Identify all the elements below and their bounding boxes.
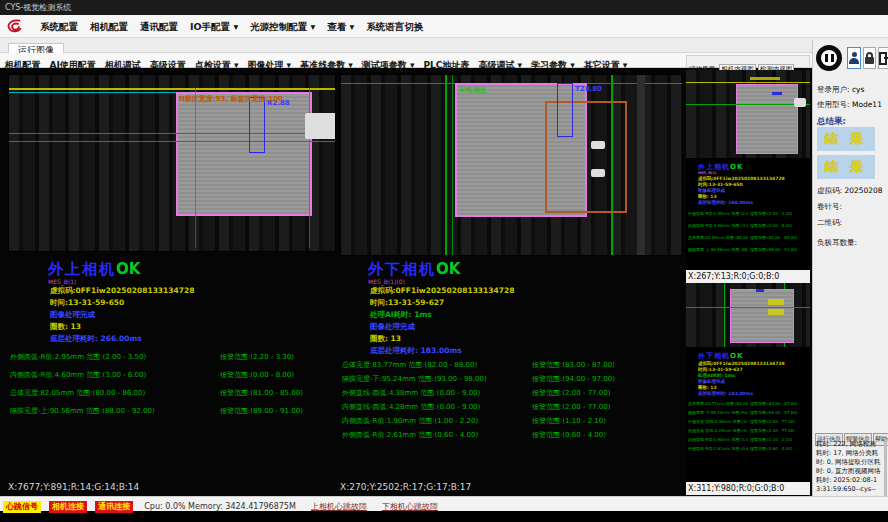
model-label: 使用型号: bbox=[817, 100, 850, 109]
count-line: 圈数: 13 bbox=[698, 194, 717, 199]
thumb-camera-title: 外下相机OK bbox=[698, 351, 743, 361]
user-login-button[interactable] bbox=[847, 47, 861, 69]
result-box-lower: 结 果 bbox=[817, 155, 875, 179]
count-line: 圈数: 13 bbox=[698, 385, 717, 390]
measure-line-vertical bbox=[445, 75, 447, 256]
left-camera-title: 外上相机OK bbox=[48, 260, 140, 279]
alarm-range-text: 报警范围:(2.00 - 77.00) bbox=[750, 419, 808, 424]
thumb-annotation bbox=[768, 309, 784, 315]
measurement-text: 外侧圆弧-R值:2.61mm 范围:(0.60 - 4.00) bbox=[342, 430, 478, 440]
thumb-image bbox=[686, 283, 810, 347]
measure-line-vertical bbox=[452, 75, 453, 256]
alarm-range-text: 报警范围:(0.60 - 4.00) bbox=[750, 446, 808, 451]
baseline-yellow bbox=[686, 82, 810, 83]
measurement-text: 外侧直线-圆弧:4.38mm 范围:(0.00 - 9.00) bbox=[688, 419, 748, 424]
negative-tab-count-label: 负极耳数量: bbox=[817, 238, 857, 248]
measurement-text: 外侧圆弧-R值:2.95mm 范围:(2.00 - 3.50) bbox=[688, 211, 748, 216]
heartbeat-status-badge: 心跳信号 bbox=[3, 501, 41, 513]
thumb-view-header: 缩放显示:相机内视图检测内视图 bbox=[686, 55, 810, 68]
middle-camera-title: 外下相机OK bbox=[368, 260, 460, 279]
elapsed-line: 底层处理耗时: 266.00ms bbox=[698, 200, 753, 205]
left-result-panel: 外上相机OK MES_B(1) 虚拟码:0FF1iw20250208133134… bbox=[8, 254, 336, 476]
measure-line-vertical bbox=[724, 283, 725, 347]
camera-ok-status: OK bbox=[730, 352, 743, 360]
thumb-annotation bbox=[768, 299, 784, 305]
measurement-row: 内侧圆弧-R值:1.90mm 范围:(1.00 - 2.20) 报警范围:(1.… bbox=[340, 416, 683, 430]
barcode-line: 虚拟码:0FF1iw20250208133134728 bbox=[698, 176, 785, 181]
menu-item[interactable]: 光源控制配置 ▾ bbox=[250, 15, 315, 38]
measurement-text: 外侧圆弧-R值:2.95mm 范围:(2.00 - 3.50) bbox=[10, 352, 146, 362]
login-user-row: 登录用户: cys bbox=[817, 85, 864, 95]
titlebar: CYS-视觉检测系统 bbox=[0, 0, 888, 15]
left-product-region bbox=[176, 92, 312, 216]
measurement-row: 总体宽度:83.77mm 范围:(82.00 - 88.00) 报警范围:(83… bbox=[686, 401, 810, 410]
lower-camera-heartbeat-error: 下相机心跳故障 bbox=[382, 502, 438, 511]
thumb-lower-camera[interactable]: 外下相机OK 虚拟码:0FF1iw20250208133134728 时间:13… bbox=[686, 283, 810, 482]
camera-name: 外下相机 bbox=[698, 352, 730, 360]
thumb-measurement-rows: 外侧圆弧-R值:2.95mm 范围:(2.00 - 3.50) 报警范围:(2.… bbox=[686, 211, 810, 259]
measurement-row: 隔膜宽度-上:90.56mm 范围:(88.00 - 92.00) 报警范围:(… bbox=[686, 247, 810, 259]
measurement-text: 总体宽度:82.05mm 范围:(80.00 - 86.00) bbox=[688, 235, 748, 240]
alarm-range-text: 报警范围:(94.00 - 97.00) bbox=[750, 410, 808, 415]
measurement-row: 内侧圆弧-R值:4.60mm 范围:(3.00 - 6.00) 报警范围:(0.… bbox=[686, 223, 810, 235]
alarm-range-text: 报警范围:(83.00 - 87.00) bbox=[532, 360, 615, 370]
login-user-value: cys bbox=[852, 85, 864, 94]
measurement-row: 外侧圆弧-R值:2.61mm 范围:(0.60 - 4.00) 报警范围:(0.… bbox=[340, 430, 683, 444]
done-line: 图像处理完成 bbox=[50, 310, 95, 320]
left-camera-viewport[interactable]: R2.88 N极区宽度:93, 标签区宽度:100 bbox=[8, 74, 336, 252]
middle-cursor-coords: X:270;Y:2502;R:17;G:17;B:17 bbox=[340, 482, 471, 492]
menu-item[interactable]: 系统配置 bbox=[40, 15, 78, 38]
middle-camera-viewport[interactable]: AI检测区 T28.80 bbox=[340, 74, 683, 256]
alarm-range-text: 报警范围:(0.00 - 8.00) bbox=[220, 370, 294, 380]
camera-name: 外上相机 bbox=[698, 163, 730, 171]
alarm-range-text: 报警范围:(81.00 - 85.00) bbox=[220, 388, 303, 398]
thumb-image bbox=[686, 70, 810, 158]
control-sidebar: 登录用户: cys 使用型号: Mode11 总结果: 结 果 结 果 虚拟码:… bbox=[812, 40, 888, 511]
elapsed-line: 底层处理耗时: 183.00ms bbox=[698, 391, 753, 396]
alarm-range-text: 报警范围:(94.00 - 97.00) bbox=[532, 374, 615, 384]
light-band bbox=[637, 75, 645, 256]
barcode-line: 虚拟码:0FF1iw20250208133134728 bbox=[370, 286, 514, 296]
lock-button[interactable] bbox=[863, 47, 876, 69]
logout-button[interactable] bbox=[878, 47, 888, 69]
camera-connection-badge: 相机连接 bbox=[49, 501, 87, 513]
menu-item[interactable]: 通讯配置 bbox=[140, 15, 178, 38]
menu-item[interactable]: 系统语言切换 bbox=[366, 15, 423, 38]
time-line: 时间:13-31-59-650 bbox=[50, 298, 124, 308]
measurement-text: 隔膜宽度-上:90.56mm 范围:(88.00 - 92.00) bbox=[688, 247, 748, 252]
menu-item[interactable]: 相机配置 bbox=[90, 15, 128, 38]
thumb-annotation bbox=[772, 92, 782, 95]
measurement-row: 隔膜宽度-上:90.56mm 范围:(88.00 - 92.00) 报警范围:(… bbox=[8, 406, 336, 424]
upper-camera-heartbeat-error: 上相机心跳故障 bbox=[311, 502, 367, 511]
measurement-row: 总体宽度:82.05mm 范围:(80.00 - 86.00) 报警范围:(81… bbox=[686, 235, 810, 247]
alarm-range-text: 报警范围:(1.10 - 2.10) bbox=[750, 437, 808, 442]
left-measurement-rows: 外侧圆弧-R值:2.95mm 范围:(2.00 - 3.50) 报警范围:(2.… bbox=[8, 352, 336, 424]
login-user-label: 登录用户: bbox=[817, 85, 850, 94]
comm-connection-badge: 通讯连接 bbox=[95, 501, 133, 513]
ai-region-label: AI检测区 bbox=[459, 85, 487, 95]
alarm-range-text: 报警范围:(83.00 - 87.00) bbox=[750, 401, 808, 406]
measurement-row: 总体宽度:82.05mm 范围:(80.00 - 86.00) 报警范围:(81… bbox=[8, 388, 336, 406]
model-value[interactable]: Mode11 bbox=[852, 100, 882, 109]
measurement-row: 内侧圆弧-R值:4.60mm 范围:(3.00 - 6.00) 报警范围:(0.… bbox=[8, 370, 336, 388]
menu-item[interactable]: 查看 ▾ bbox=[327, 15, 354, 38]
thumb-product-region bbox=[736, 84, 798, 154]
elapsed-line: 底层处理耗时: 183.00ms bbox=[370, 346, 462, 356]
statusbar: 心跳信号 相机连接 通讯连接 Cpu: 0.0% Memory: 3424.41… bbox=[0, 496, 888, 511]
exit-door-icon bbox=[879, 52, 888, 65]
menu-item[interactable]: IO手配置 ▾ bbox=[190, 15, 238, 38]
measure-line-green bbox=[686, 307, 810, 308]
camera-ok-status: OK bbox=[116, 260, 140, 278]
time-line: 时间:13-31-59-650 bbox=[698, 182, 743, 187]
measurement-row: 外侧圆弧-R值:2.61mm 范围:(0.60 - 4.00) 报警范围:(0.… bbox=[686, 446, 810, 455]
vcode-value: 20250208 bbox=[844, 186, 882, 195]
middle-measurement-rows: 总体宽度:83.77mm 范围:(82.00 - 88.00) 报警范围:(83… bbox=[340, 360, 683, 444]
qrcode-label: 二维码: bbox=[817, 218, 842, 228]
window-title: CYS-视觉检测系统 bbox=[5, 3, 71, 12]
done-line: 图像处理完成 bbox=[698, 188, 725, 193]
camera-ok-status: OK bbox=[730, 163, 743, 171]
ai-time-line: 处理AI耗时: 1ms bbox=[698, 373, 735, 378]
thumb-upper-camera[interactable]: 外上相机OK MES_B(1) 虚拟码:0FF1iw20250208133134… bbox=[686, 70, 810, 270]
pause-button[interactable] bbox=[816, 45, 842, 71]
middle-result-panel: 外下相机OK MES_B(1)(0) 虚拟码:0FF1iw20250208133… bbox=[340, 254, 683, 476]
